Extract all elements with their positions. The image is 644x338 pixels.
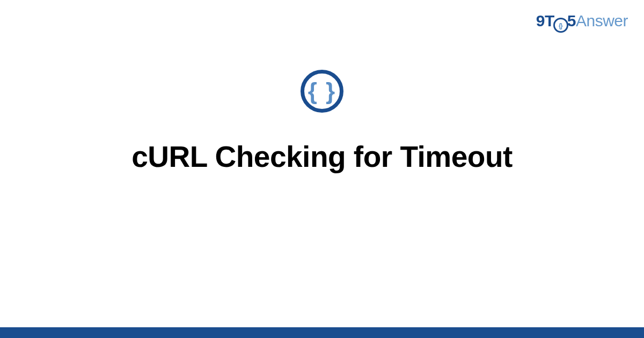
braces-glyph: { } — [308, 79, 336, 103]
page-title: cURL Checking for Timeout — [0, 139, 644, 174]
clock-hands: {} — [559, 21, 563, 29]
brand-text-5: 5 — [567, 12, 576, 30]
brand-text-9t: 9T — [536, 12, 554, 30]
footer-bar — [0, 327, 644, 338]
brand-text-answer: Answer — [576, 12, 628, 30]
clock-icon: {} — [553, 18, 568, 33]
main-content: { } cURL Checking for Timeout — [0, 70, 644, 174]
code-braces-icon: { } — [301, 70, 343, 113]
brand-logo: 9T{}5Answer — [536, 12, 628, 33]
